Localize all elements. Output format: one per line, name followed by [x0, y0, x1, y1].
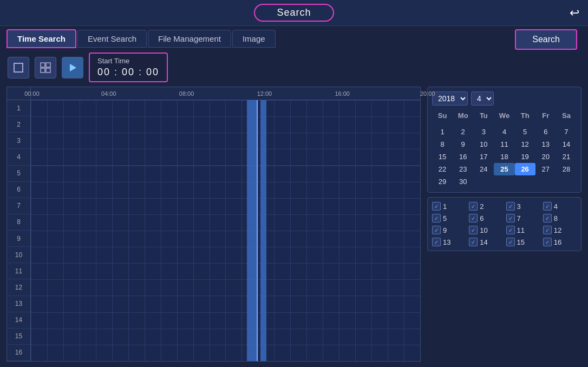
- tab-row: Time Search Event Search File Management…: [0, 26, 588, 48]
- svg-marker-5: [70, 64, 76, 71]
- cal-day-25[interactable]: 25: [494, 163, 514, 175]
- rec-block-row-11: [260, 263, 266, 279]
- channel-checkbox-5[interactable]: [432, 214, 441, 222]
- cal-day-29[interactable]: 29: [432, 175, 453, 188]
- timeline-area: 00:0004:0008:0012:0016:0020:00 123456789…: [6, 87, 421, 362]
- playhead: [257, 100, 258, 361]
- channel-checkbox-14[interactable]: [469, 238, 478, 246]
- cal-day-13[interactable]: 13: [535, 138, 556, 150]
- channel-label-5: 5: [443, 214, 447, 222]
- channel-checkbox-15[interactable]: [506, 238, 515, 246]
- rec-block-row-1: [260, 100, 266, 116]
- tab-file-management[interactable]: File Management: [148, 30, 231, 48]
- cal-day-9[interactable]: 9: [453, 138, 473, 150]
- channel-item-8[interactable]: 8: [543, 214, 577, 222]
- channel-checkbox-1[interactable]: [432, 202, 441, 211]
- single-frame-button[interactable]: [8, 57, 29, 78]
- channel-item-15[interactable]: 15: [506, 238, 540, 246]
- channel-item-3[interactable]: 3: [506, 202, 540, 211]
- rec-block-row-8: [260, 214, 266, 231]
- tab-event-search[interactable]: Event Search: [77, 30, 147, 48]
- channel-item-9[interactable]: 9: [432, 226, 466, 234]
- channel-checkbox-2[interactable]: [469, 202, 478, 211]
- channel-item-12[interactable]: 12: [543, 226, 577, 234]
- cal-day-1[interactable]: 1: [432, 126, 453, 138]
- channel-item-5[interactable]: 5: [432, 214, 466, 222]
- cal-day-20[interactable]: 20: [535, 150, 556, 163]
- row-label-5: 5: [7, 166, 30, 182]
- channel-label-3: 3: [517, 202, 521, 211]
- tab-time-search[interactable]: Time Search: [6, 29, 76, 48]
- calendar-grid: SuMoTuWeThFrSa 1234567891011121314151617…: [432, 110, 577, 188]
- channel-checkbox-10[interactable]: [469, 226, 478, 234]
- channel-label-11: 11: [517, 226, 525, 234]
- cal-day-26[interactable]: 26: [515, 163, 535, 175]
- cal-day-23[interactable]: 23: [453, 163, 473, 175]
- cal-day-5[interactable]: 5: [515, 126, 535, 138]
- channel-item-16[interactable]: 16: [543, 238, 577, 246]
- channel-checkbox-9[interactable]: [432, 226, 441, 234]
- channel-checkbox-7[interactable]: [506, 214, 515, 222]
- row-label-10: 10: [7, 247, 30, 263]
- cal-day-6[interactable]: 6: [535, 126, 556, 138]
- channel-item-10[interactable]: 10: [469, 226, 502, 234]
- channel-checkbox-6[interactable]: [469, 214, 478, 222]
- channel-label-7: 7: [517, 214, 521, 222]
- channel-checkbox-3[interactable]: [506, 202, 515, 211]
- play-button[interactable]: [62, 57, 83, 78]
- cal-day-14[interactable]: 14: [556, 138, 577, 150]
- tab-image[interactable]: Image: [232, 30, 276, 48]
- cal-day-16[interactable]: 16: [453, 150, 473, 163]
- channel-item-6[interactable]: 6: [469, 214, 502, 222]
- cal-day-18[interactable]: 18: [494, 150, 514, 163]
- cal-day-21[interactable]: 21: [556, 150, 577, 163]
- channel-label-4: 4: [554, 202, 558, 211]
- channel-item-1[interactable]: 1: [432, 202, 466, 211]
- rec-block-row-9: [260, 231, 266, 247]
- cal-day-27[interactable]: 27: [535, 163, 556, 175]
- channel-item-14[interactable]: 14: [469, 238, 502, 246]
- row-labels: 12345678910111213141516: [7, 100, 31, 361]
- channel-checkbox-12[interactable]: [543, 226, 552, 234]
- channel-item-7[interactable]: 7: [506, 214, 540, 222]
- search-button-top[interactable]: Search: [515, 29, 577, 50]
- cal-day-4[interactable]: 4: [494, 126, 514, 138]
- cal-day-22[interactable]: 22: [432, 163, 453, 175]
- cal-day-15[interactable]: 15: [432, 150, 453, 163]
- cal-day-3[interactable]: 3: [473, 126, 494, 138]
- cal-day-2[interactable]: 2: [453, 126, 473, 138]
- channel-checkbox-11[interactable]: [506, 226, 515, 234]
- channel-item-4[interactable]: 4: [543, 202, 577, 211]
- month-select[interactable]: 4: [471, 91, 494, 106]
- row-label-1: 1: [7, 100, 30, 116]
- calendar: 2018 4 SuMoTuWeThFrSa 123456789101112131…: [427, 87, 582, 193]
- cal-day-28[interactable]: 28: [556, 163, 577, 175]
- cal-day-7[interactable]: 7: [556, 126, 577, 138]
- channel-checkbox-13[interactable]: [432, 238, 441, 246]
- main-content: 00:0004:0008:0012:0016:0020:00 123456789…: [0, 87, 588, 366]
- timeline-grid[interactable]: 12345678910111213141516: [6, 100, 421, 362]
- channel-checkbox-8[interactable]: [543, 214, 552, 222]
- row-label-15: 15: [7, 329, 30, 345]
- cal-day-10[interactable]: 10: [473, 138, 494, 150]
- grid-body[interactable]: [31, 100, 420, 361]
- channel-item-11[interactable]: 11: [506, 226, 540, 234]
- time-header: 00:0004:0008:0012:0016:0020:00: [6, 87, 421, 100]
- cal-day-24[interactable]: 24: [473, 163, 494, 175]
- channel-item-13[interactable]: 13: [432, 238, 466, 246]
- cal-day-19[interactable]: 19: [515, 150, 535, 163]
- row-label-12: 12: [7, 279, 30, 296]
- back-button[interactable]: ↩: [570, 6, 579, 20]
- cal-day-30[interactable]: 30: [453, 175, 473, 188]
- svg-rect-1: [41, 63, 45, 67]
- year-select[interactable]: 2018: [432, 91, 468, 106]
- channel-checkbox-4[interactable]: [543, 202, 552, 211]
- cal-day-8[interactable]: 8: [432, 138, 453, 150]
- channel-checkbox-16[interactable]: [543, 238, 552, 246]
- channel-item-2[interactable]: 2: [469, 202, 502, 211]
- cal-day-17[interactable]: 17: [473, 150, 494, 163]
- cal-day-12[interactable]: 12: [515, 138, 535, 150]
- quad-view-button[interactable]: [35, 57, 56, 78]
- rec-block-row-4: [260, 149, 266, 165]
- cal-day-11[interactable]: 11: [494, 138, 514, 150]
